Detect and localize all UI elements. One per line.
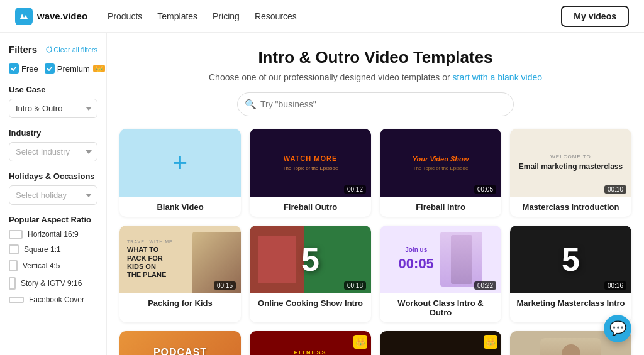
template-card-fireball-outro[interactable]: Watch more The Topic of the Episode 00:1… [250, 129, 371, 217]
holidays-title: Holidays & Occasions [9, 172, 97, 181]
card-label: Fireball Outro [250, 197, 371, 217]
template-card-packing[interactable]: Travel With Me WHAT TOPACK FORKIDS ONTHE… [119, 226, 241, 323]
card-label: Workout Class Intro & Outro [380, 293, 501, 322]
use-case-select[interactable]: Intro & Outro [9, 99, 97, 118]
logo-text: wave.video [37, 11, 87, 21]
card-label: Packing for Kids [119, 293, 241, 313]
free-filter-checkbox[interactable]: Free [9, 63, 38, 74]
sidebar: Filters Clear all filters Free Premium 👑 [0, 33, 107, 355]
template-card-masterclass-intro[interactable]: Welcome to Email marketing masterclass 0… [510, 129, 631, 217]
fab-icon: 💬 [609, 322, 626, 336]
aspect-horizontal[interactable]: Horizontal 16:9 [9, 230, 97, 239]
card-duration-masterclass-intro: 00:10 [604, 185, 626, 194]
nav-item-resources[interactable]: Resources [255, 11, 297, 21]
card-duration-marketing: 00:16 [604, 281, 626, 290]
filter-type-checkboxes: Free Premium 👑 [9, 63, 97, 74]
template-card-blank[interactable]: + Blank Video [119, 129, 241, 217]
hero-subtitle: Choose one of our professionally designe… [119, 72, 631, 82]
nav-item-templates[interactable]: Templates [157, 11, 197, 21]
my-videos-button[interactable]: My videos [561, 6, 629, 27]
content-area: Intro & Outro Video Templates Choose one… [107, 33, 644, 355]
aspect-box-square [9, 244, 19, 254]
industry-section: Industry Select Industry [9, 128, 97, 161]
page-title: Intro & Outro Video Templates [119, 48, 631, 67]
card-duration-workout: 00:22 [474, 281, 496, 290]
aspect-ratio-title: Popular Aspect Ratio [9, 215, 97, 224]
card-label: Masterclass Introduction [510, 197, 631, 217]
premium-check-box [45, 63, 55, 74]
template-card-christmas[interactable]: FITNESS CHRISTMAS COUNTDOWN 👑 00:22 Chri… [250, 331, 371, 355]
template-card-marketing[interactable]: 5 00:16 Marketing Masterclass Intro [510, 226, 631, 323]
template-card-cooking[interactable]: 5 00:18 Online Cooking Show Intro [250, 226, 371, 323]
template-card-podcast[interactable]: PODCASTNAME Episode 05 00:15 [119, 331, 241, 355]
logo-icon [15, 8, 33, 25]
card-duration-cooking: 00:18 [344, 281, 366, 290]
industry-select[interactable]: Select Industry [9, 142, 97, 161]
hero-section: Intro & Outro Video Templates Choose one… [119, 33, 631, 92]
aspect-box-facebook [9, 297, 24, 303]
card-label: Blank Video [119, 197, 241, 217]
main-layout: Filters Clear all filters Free Premium 👑 [0, 33, 644, 355]
card-duration-fireball-outro: 00:12 [344, 185, 366, 194]
template-card-workout[interactable]: Join us 00:05 00:22 Workout Class Intro … [380, 226, 501, 323]
logo[interactable]: wave.video [15, 8, 87, 25]
aspect-ratio-section: Popular Aspect Ratio Horizontal 16:9 Squ… [9, 215, 97, 304]
premium-filter-checkbox[interactable]: Premium 👑 [45, 63, 105, 74]
card-duration-fireball-intro: 00:05 [474, 185, 496, 194]
plus-icon: + [173, 150, 187, 175]
filters-title: Filters [9, 44, 37, 55]
aspect-box-vertical [9, 260, 18, 271]
wave-logo-icon [19, 11, 29, 21]
crown-badge-christmas: 👑 [353, 335, 367, 349]
premium-badge: 👑 [93, 65, 105, 72]
aspect-facebook[interactable]: Facebook Cover [9, 295, 97, 304]
aspect-story[interactable]: Story & IGTV 9:16 [9, 277, 97, 290]
nav-item-products[interactable]: Products [108, 11, 142, 21]
use-case-title: Use Case [9, 85, 97, 94]
card-label: Fireball Intro [380, 197, 501, 217]
aspect-box-horizontal [9, 230, 23, 239]
card-duration-packing: 00:15 [214, 281, 236, 290]
main-nav: Products Templates Pricing Resources [108, 11, 561, 21]
free-check-box [9, 63, 19, 74]
blank-video-link[interactable]: start with a blank video [453, 72, 542, 82]
search-icon: 🔍 [245, 99, 257, 110]
aspect-vertical[interactable]: Vertical 4:5 [9, 260, 97, 271]
industry-title: Industry [9, 128, 97, 138]
holidays-section: Holidays & Occasions Select holiday [9, 172, 97, 205]
aspect-square[interactable]: Square 1:1 [9, 244, 97, 254]
clear-all-filters[interactable]: Clear all filters [46, 46, 97, 53]
template-card-fireball-intro[interactable]: Your Video Show The Topic of the Episode… [380, 129, 501, 217]
filters-header: Filters Clear all filters [9, 44, 97, 55]
template-card-restaurant[interactable]: Restaurant Name Fusion & Soul 👑 00:29 Re… [380, 331, 501, 355]
search-input[interactable] [237, 92, 514, 116]
templates-grid: + Blank Video Watch more The Topic of th… [119, 129, 631, 355]
header: wave.video Products Templates Pricing Re… [0, 0, 644, 33]
holidays-select[interactable]: Select holiday [9, 185, 97, 205]
search-container: 🔍 [237, 92, 514, 116]
svg-marker-0 [20, 14, 28, 19]
crown-badge-restaurant: 👑 [484, 335, 497, 349]
aspect-box-story [9, 277, 16, 290]
aspect-ratio-list: Horizontal 16:9 Square 1:1 Vertical 4:5 … [9, 230, 97, 304]
check-icon [11, 66, 17, 71]
nav-item-pricing[interactable]: Pricing [213, 11, 240, 21]
check-icon-2 [47, 66, 53, 71]
refresh-icon [46, 46, 52, 53]
card-label: Online Cooking Show Intro [250, 293, 371, 313]
fab-button[interactable]: 💬 [604, 315, 631, 342]
use-case-section: Use Case Intro & Outro [9, 85, 97, 118]
card-label: Marketing Masterclass Intro [510, 293, 631, 313]
